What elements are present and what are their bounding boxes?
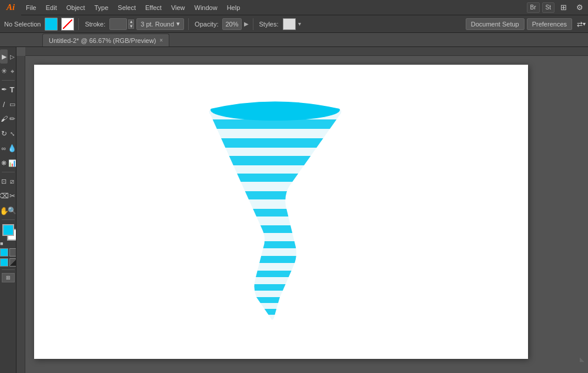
line-rect-tools: / ▭ bbox=[0, 97, 16, 111]
zoom-tool[interactable]: 🔍 bbox=[8, 204, 16, 218]
stock-icon[interactable]: St bbox=[542, 2, 554, 13]
color-mode-btn[interactable] bbox=[0, 258, 8, 267]
hand-zoom-tools: ✋ 🔍 bbox=[0, 204, 16, 218]
artboard-slice-tools: ⊡ ⧄ bbox=[0, 174, 16, 188]
screen-mode-btn[interactable]: ⊞ bbox=[2, 273, 15, 282]
svg-rect-10 bbox=[199, 271, 352, 277]
selection-tool[interactable]: ▶ bbox=[0, 49, 8, 64]
stroke-style-select[interactable]: 3 pt. Round ▾ bbox=[136, 18, 184, 30]
menu-select[interactable]: Select bbox=[113, 0, 141, 15]
svg-rect-3 bbox=[199, 156, 352, 165]
menu-effect[interactable]: Effect bbox=[141, 0, 166, 15]
svg-point-0 bbox=[211, 99, 340, 121]
color-fill-small[interactable] bbox=[0, 248, 8, 257]
menu-help[interactable]: Help bbox=[222, 0, 245, 15]
arrange-icon[interactable]: ⇄ ▾ bbox=[577, 20, 586, 28]
opacity-expand-arrow[interactable]: ▶ bbox=[244, 21, 249, 27]
bridge-icon[interactable]: Br bbox=[527, 2, 540, 13]
main-layout: ▶ ▷ ✳ ⌖ ✒ T / ▭ 🖌 ✏ ↻ ⤡ ∞ 💧 ❋ 📊 bbox=[0, 47, 588, 373]
artboard-tool[interactable]: ⊡ bbox=[0, 174, 8, 188]
paintbrush-tool[interactable]: 🖌 bbox=[0, 112, 8, 126]
tab-bar: Untitled-2* @ 66.67% (RGB/Preview) × bbox=[0, 33, 588, 47]
styles-swatch[interactable] bbox=[283, 18, 296, 30]
svg-rect-1 bbox=[199, 119, 352, 129]
direct-selection-tool[interactable]: ▷ bbox=[8, 49, 16, 64]
options-bar: No Selection Stroke: ▲ ▼ 3 pt. Round ▾ O… bbox=[0, 15, 588, 33]
sync-icon[interactable]: ⚙ bbox=[572, 0, 588, 15]
svg-rect-5 bbox=[199, 191, 352, 199]
menu-edit[interactable]: Edit bbox=[41, 0, 62, 15]
funnel-graphic bbox=[199, 97, 352, 321]
app-logo: Ai bbox=[0, 0, 21, 15]
scale-tool[interactable]: ⤡ bbox=[8, 126, 16, 141]
pen-tool[interactable]: ✒ bbox=[0, 82, 8, 96]
workspace-icon[interactable]: ⊞ bbox=[556, 0, 572, 15]
document-setup-button[interactable]: Document Setup bbox=[466, 18, 524, 30]
rect-tool[interactable]: ▭ bbox=[8, 97, 16, 111]
svg-rect-9 bbox=[199, 256, 352, 263]
blend-eyedropper-tools: ∞ 💧 bbox=[0, 141, 16, 155]
preferences-button[interactable]: Preferences bbox=[527, 18, 572, 30]
opacity-value: 20% bbox=[225, 21, 238, 28]
toolbar-divider-4 bbox=[2, 269, 15, 270]
default-colors-icon[interactable]: ■ bbox=[0, 241, 3, 247]
stroke-style-arrow: ▾ bbox=[176, 20, 180, 28]
pencil-tool[interactable]: ✏ bbox=[8, 112, 16, 126]
corner-marker: ◣ bbox=[580, 356, 584, 362]
styles-label: Styles: bbox=[258, 21, 280, 28]
svg-rect-13 bbox=[199, 309, 352, 315]
svg-rect-6 bbox=[199, 209, 352, 217]
stroke-down-arrow[interactable]: ▼ bbox=[128, 24, 134, 29]
menu-object[interactable]: Object bbox=[62, 0, 90, 15]
funnel-svg bbox=[199, 97, 352, 321]
stroke-up-arrow[interactable]: ▲ bbox=[128, 19, 134, 24]
styles-arrow[interactable]: ▾ bbox=[298, 21, 301, 27]
selection-tools: ▶ ▷ bbox=[0, 49, 16, 64]
color-stroke-small[interactable] bbox=[9, 248, 16, 257]
menu-view[interactable]: View bbox=[166, 0, 190, 15]
toolbar-divider-2 bbox=[2, 172, 15, 172]
magic-wand-tool[interactable]: ✳ bbox=[0, 64, 8, 78]
blend-tool[interactable]: ∞ bbox=[0, 141, 8, 155]
menu-file[interactable]: File bbox=[21, 0, 41, 15]
stroke-label: Stroke: bbox=[83, 21, 107, 28]
gradient-mode-btn[interactable] bbox=[9, 258, 16, 267]
stroke-style-label: 3 pt. Round bbox=[141, 21, 174, 28]
tab-title: Untitled-2* @ 66.67% (RGB/Preview) bbox=[49, 37, 156, 44]
fill-color-swatch[interactable] bbox=[45, 18, 58, 31]
hand-tool[interactable]: ✋ bbox=[0, 204, 8, 218]
symbol-tool[interactable]: ❋ bbox=[0, 156, 8, 170]
eraser-scissors-tools: ⌫ ✂ bbox=[0, 189, 16, 203]
symbol-graph-tools: ❋ 📊 bbox=[0, 156, 16, 170]
document-tab[interactable]: Untitled-2* @ 66.67% (RGB/Preview) × bbox=[42, 34, 169, 46]
eyedropper-tool[interactable]: 💧 bbox=[8, 141, 16, 155]
svg-rect-11 bbox=[199, 284, 352, 291]
stroke-arrows: ▲ ▼ bbox=[128, 19, 134, 29]
document-canvas[interactable] bbox=[34, 65, 528, 359]
eraser-tool[interactable]: ⌫ bbox=[0, 189, 8, 203]
type-tool[interactable]: T bbox=[8, 82, 16, 96]
line-tool[interactable]: / bbox=[0, 97, 8, 111]
slice-tool[interactable]: ⧄ bbox=[8, 174, 16, 188]
stroke-color-swatch[interactable] bbox=[61, 18, 74, 31]
menu-window[interactable]: Window bbox=[190, 0, 222, 15]
options-divider-1 bbox=[78, 18, 79, 30]
scissors-tool[interactable]: ✂ bbox=[8, 189, 16, 203]
fill-color-tool[interactable] bbox=[2, 224, 14, 236]
opacity-value-display: 20% bbox=[222, 18, 241, 30]
ruler-left bbox=[16, 56, 25, 373]
svg-rect-4 bbox=[199, 174, 352, 182]
no-selection-label: No Selection bbox=[2, 21, 42, 28]
graph-tool[interactable]: 📊 bbox=[8, 156, 16, 170]
toolbar-divider-3 bbox=[2, 219, 15, 220]
menu-type[interactable]: Type bbox=[90, 0, 113, 15]
brush-pencil-tools: 🖌 ✏ bbox=[0, 112, 16, 126]
lasso-tool[interactable]: ⌖ bbox=[8, 64, 16, 78]
color-mode-group: ✕ bbox=[0, 258, 16, 267]
tab-close-button[interactable]: × bbox=[159, 37, 163, 44]
options-divider-3 bbox=[253, 18, 253, 30]
rotate-tool[interactable]: ↻ bbox=[0, 126, 8, 141]
canvas-area[interactable]: ◣ bbox=[16, 47, 588, 373]
svg-rect-7 bbox=[199, 225, 352, 233]
stroke-value-input[interactable] bbox=[109, 18, 127, 30]
